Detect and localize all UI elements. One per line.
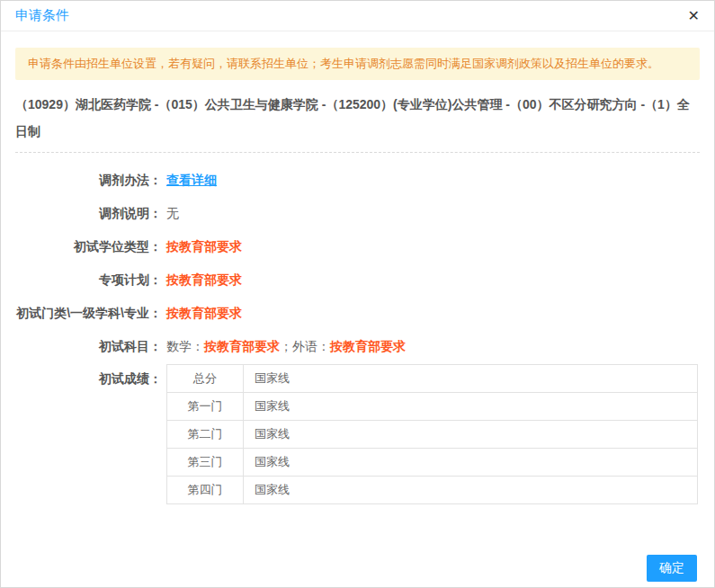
score-value-cell: 国家线 [244,421,698,449]
field-label: 初试门类\一级学科\专业： [15,306,162,320]
table-row: 第一门 国家线 [167,393,698,421]
dialog-header: 申请条件 ✕ [1,1,714,31]
table-row: 第四门 国家线 [167,477,698,504]
view-details-link[interactable]: 查看详细 [166,173,217,187]
dashed-divider [15,152,700,153]
field-value: 按教育部要求 [166,306,242,320]
close-icon[interactable]: ✕ [688,9,700,23]
condition-fields: 调剂办法： 查看详细 调剂说明： 无 初试学位类型： 按教育部要求 专项计划： … [15,173,700,504]
field-label: 初试学位类型： [15,239,162,254]
subject-separator: ； [280,339,292,353]
table-row: 总分 国家线 [167,365,698,393]
score-value-cell: 国家线 [244,449,698,477]
score-name-cell: 第三门 [167,449,244,477]
field-transfer-note: 调剂说明： 无 [15,206,700,220]
subject-math-label: 数学： [166,339,204,353]
field-degree-type: 初试学位类型： 按教育部要求 [15,239,700,254]
dialog-body: 申请条件由招生单位设置，若有疑问，请联系招生单位；考生申请调剂志愿需同时满足国家… [1,48,714,504]
score-name-cell: 第二门 [167,421,244,449]
score-value-cell: 国家线 [244,477,698,504]
subject-foreign-value: 按教育部要求 [330,339,406,353]
score-table: 总分 国家线 第一门 国家线 第二门 国家线 第三门 [166,364,698,504]
field-value: 按教育部要求 [166,272,242,287]
field-special-plan: 专项计划： 按教育部要求 [15,272,700,287]
field-label: 专项计划： [15,272,162,287]
application-conditions-dialog: 申请条件 ✕ 申请条件由招生单位设置，若有疑问，请联系招生单位；考生申请调剂志愿… [0,0,715,588]
field-value: 无 [166,206,179,220]
program-info: （10929）湖北医药学院 -（015）公共卫生与健康学院 -（125200）(… [15,91,700,145]
table-row: 第二门 国家线 [167,421,698,449]
field-transfer-method: 调剂办法： 查看详细 [15,173,700,187]
field-exam-subjects: 初试科目： 数学：按教育部要求；外语：按教育部要求 [15,339,700,353]
field-label: 调剂办法： [15,173,162,187]
field-label: 初试成绩： [15,364,162,504]
subject-foreign-label: 外语： [292,339,330,353]
confirm-button[interactable]: 确定 [647,555,697,582]
field-exam-scores: 初试成绩： 总分 国家线 第一门 国家线 第二门 国家线 [15,364,700,504]
score-name-cell: 第四门 [167,477,244,504]
score-value-cell: 国家线 [244,365,698,393]
field-value: 按教育部要求 [166,239,242,254]
table-row: 第三门 国家线 [167,449,698,477]
score-name-cell: 第一门 [167,393,244,421]
score-name-cell: 总分 [167,365,244,393]
field-discipline: 初试门类\一级学科\专业： 按教育部要求 [15,306,700,320]
field-label: 调剂说明： [15,206,162,220]
subject-math-value: 按教育部要求 [204,339,280,353]
field-label: 初试科目： [15,339,162,353]
score-value-cell: 国家线 [244,393,698,421]
notice-banner: 申请条件由招生单位设置，若有疑问，请联系招生单位；考生申请调剂志愿需同时满足国家… [15,48,700,80]
dialog-title: 申请条件 [15,7,69,24]
